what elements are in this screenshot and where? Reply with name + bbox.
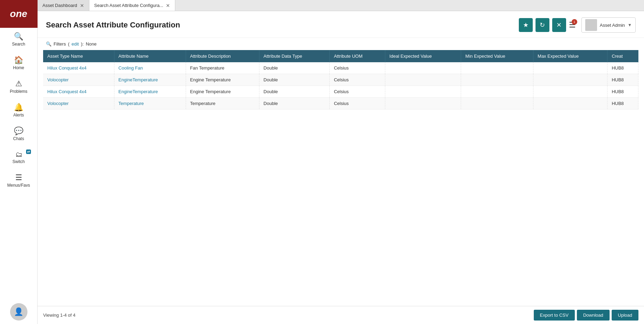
footer-buttons: Export to CSV Download Upload (534, 310, 638, 321)
col-header-attribute-data-type: Attribute Data Type (259, 50, 329, 62)
col-header-attribute-name: Attribute Name (114, 50, 186, 62)
tab-close-asset-dashboard[interactable]: ✕ (80, 3, 84, 8)
col-header-attribute-description: Attribute Description (186, 50, 259, 62)
table-cell-8: HUB8 (607, 98, 638, 110)
upload-button[interactable]: Upload (612, 310, 638, 321)
table-row[interactable]: VolocopterTemperatureTemperatureDoubleCe… (43, 98, 638, 110)
filter-label: Filters (54, 41, 66, 47)
alerts-icon: 🔔 (14, 104, 23, 111)
table-cell-6 (461, 86, 533, 98)
sidebar-item-alerts[interactable]: 🔔 Alerts (0, 99, 37, 122)
table-cell-5 (385, 98, 461, 110)
table-cell-1[interactable]: Temperature (114, 98, 186, 110)
filter-icon: 🔍 (46, 41, 51, 47)
filter-edit-link[interactable]: edit (72, 41, 79, 47)
app-logo[interactable]: one (0, 0, 38, 28)
header-actions: ★ ↻ ✕ ☰ 1 Asset Admin ▼ (519, 17, 636, 33)
logo-text: one (10, 8, 27, 19)
table-wrapper[interactable]: Asset Type Name Attribute Name Attribute… (43, 50, 638, 306)
sidebar-item-home[interactable]: 🏠 Home (0, 51, 37, 75)
avatar-icon: 👤 (14, 307, 23, 316)
filter-bar: 🔍 Filters ( edit ): None (38, 38, 644, 50)
table-row[interactable]: Hilux Conquest 4x4EngineTemperatureEngin… (43, 86, 638, 98)
table-cell-0[interactable]: Hilux Conquest 4x4 (43, 86, 114, 98)
table-cell-2: Fan Temperature (186, 62, 259, 74)
table-cell-3: Double (259, 86, 329, 98)
table-cell-1[interactable]: EngineTemperature (114, 74, 186, 86)
export-csv-button[interactable]: Export to CSV (534, 310, 575, 321)
favorite-button[interactable]: ★ (519, 18, 533, 32)
table-cell-2: Engine Temperature (186, 74, 259, 86)
results-table: Asset Type Name Attribute Name Attribute… (43, 50, 638, 110)
chevron-down-icon: ▼ (628, 23, 632, 27)
switch-badge: ⇄ (26, 149, 31, 154)
menus-favs-icon: ☰ (15, 174, 22, 181)
table-row[interactable]: VolocopterEngineTemperatureEngine Temper… (43, 74, 638, 86)
table-cell-2: Temperature (186, 98, 259, 110)
table-cell-3: Double (259, 74, 329, 86)
notification-badge: 1 (572, 19, 577, 25)
table-cell-5 (385, 74, 461, 86)
tab-label: Asset Dashboard (42, 3, 77, 8)
table-cell-6 (461, 62, 533, 74)
sidebar-item-label: Switch (13, 159, 25, 164)
table-cell-4: Celsius (330, 62, 385, 74)
tab-search-asset-attr[interactable]: Search Asset Attribute Configura... ✕ (89, 0, 176, 11)
col-header-asset-type-name: Asset Type Name (43, 50, 114, 62)
col-header-created: Creat (607, 50, 638, 62)
download-button[interactable]: Download (577, 310, 610, 321)
sidebar-item-label: Problems (10, 89, 27, 94)
sidebar-item-label: Alerts (13, 113, 24, 118)
close-icon: ✕ (556, 21, 562, 29)
col-header-ideal-expected-value: Ideal Expected Value (385, 50, 461, 62)
tab-bar: Asset Dashboard ✕ Search Asset Attribute… (38, 0, 644, 11)
filter-paren-close: ): (81, 41, 84, 47)
table-cell-5 (385, 62, 461, 74)
sidebar-item-problems[interactable]: ⚠ Problems (0, 75, 37, 99)
table-cell-0[interactable]: Volocopter (43, 74, 114, 86)
user-name: Asset Admin (600, 23, 625, 28)
refresh-button[interactable]: ↻ (536, 18, 549, 32)
table-cell-7 (533, 98, 607, 110)
page-header: Search Asset Attribute Configuration ★ ↻… (38, 11, 644, 38)
sidebar-item-label: Home (13, 65, 24, 70)
table-row[interactable]: Hilux Conquest 4x4Cooling FanFan Tempera… (43, 62, 638, 74)
table-header-row: Asset Type Name Attribute Name Attribute… (43, 50, 638, 62)
user-dropdown[interactable]: Asset Admin ▼ (581, 17, 636, 33)
search-icon: 🔍 (14, 33, 23, 40)
filter-value: None (86, 41, 97, 47)
content-area: Search Asset Attribute Configuration ★ ↻… (38, 11, 644, 324)
col-header-attribute-uom: Attribute UOM (330, 50, 385, 62)
table-cell-7 (533, 74, 607, 86)
table-cell-4: Celsius (330, 74, 385, 86)
table-cell-0[interactable]: Volocopter (43, 98, 114, 110)
sidebar-item-label: Chats (13, 136, 24, 141)
table-cell-1[interactable]: EngineTemperature (114, 86, 186, 98)
table-cell-7 (533, 86, 607, 98)
sidebar-item-switch[interactable]: 🗂 ⇄ Switch (0, 146, 37, 169)
table-cell-7 (533, 62, 607, 74)
table-cell-8: HUB8 (607, 62, 638, 74)
avatar[interactable]: 👤 (10, 303, 27, 321)
footer: Viewing 1-4 of 4 Export to CSV Download … (38, 306, 644, 324)
sidebar: one 🔍 Search 🏠 Home ⚠ Problems 🔔 Alerts … (0, 0, 38, 324)
sidebar-item-chats[interactable]: 💬 Chats (0, 122, 37, 146)
sidebar-item-search[interactable]: 🔍 Search (0, 28, 37, 51)
viewing-info: Viewing 1-4 of 4 (43, 313, 75, 318)
table-cell-6 (461, 98, 533, 110)
col-header-min-expected-value: Min Expected Value (461, 50, 533, 62)
table-cell-5 (385, 86, 461, 98)
col-header-max-expected-value: Max Expected Value (533, 50, 607, 62)
table-cell-1[interactable]: Cooling Fan (114, 62, 186, 74)
main-area: Asset Dashboard ✕ Search Asset Attribute… (38, 0, 644, 324)
table-cell-6 (461, 74, 533, 86)
filter-paren-open: ( (68, 41, 69, 47)
tab-close-search-asset-attr[interactable]: ✕ (166, 3, 170, 8)
chats-icon: 💬 (14, 127, 23, 135)
tab-asset-dashboard[interactable]: Asset Dashboard ✕ (38, 0, 89, 11)
sidebar-item-menus-favs[interactable]: ☰ Menus/Favs (0, 169, 37, 193)
table-cell-4: Celsius (330, 98, 385, 110)
table-cell-3: Double (259, 98, 329, 110)
close-button[interactable]: ✕ (552, 18, 566, 32)
table-cell-0[interactable]: Hilux Conquest 4x4 (43, 62, 114, 74)
